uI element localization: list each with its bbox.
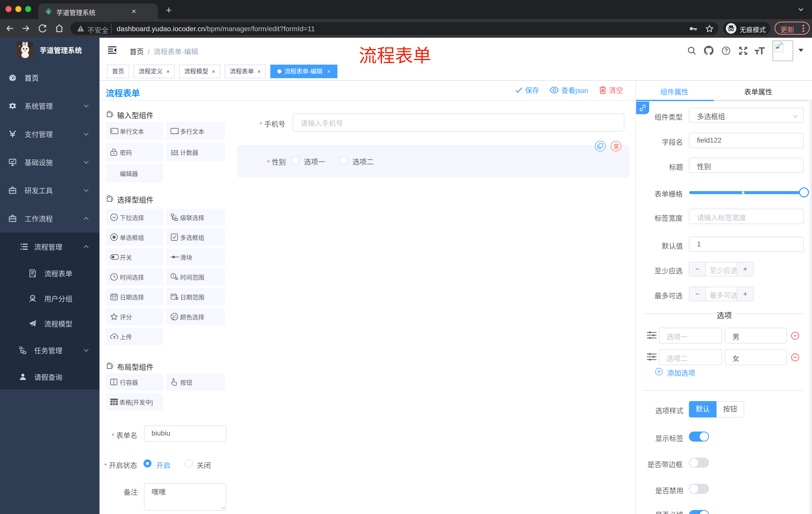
svg-text:123: 123	[171, 150, 178, 154]
